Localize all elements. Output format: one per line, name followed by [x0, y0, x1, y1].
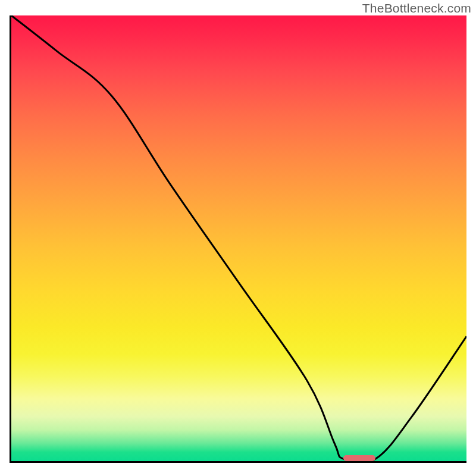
curve-path	[11, 15, 466, 461]
plot-area	[10, 15, 466, 463]
watermark-text: TheBottleneck.com	[362, 1, 471, 15]
chart-container: TheBottleneck.com	[0, 0, 476, 476]
optimal-range-marker	[343, 455, 375, 461]
bottleneck-curve	[11, 15, 466, 461]
